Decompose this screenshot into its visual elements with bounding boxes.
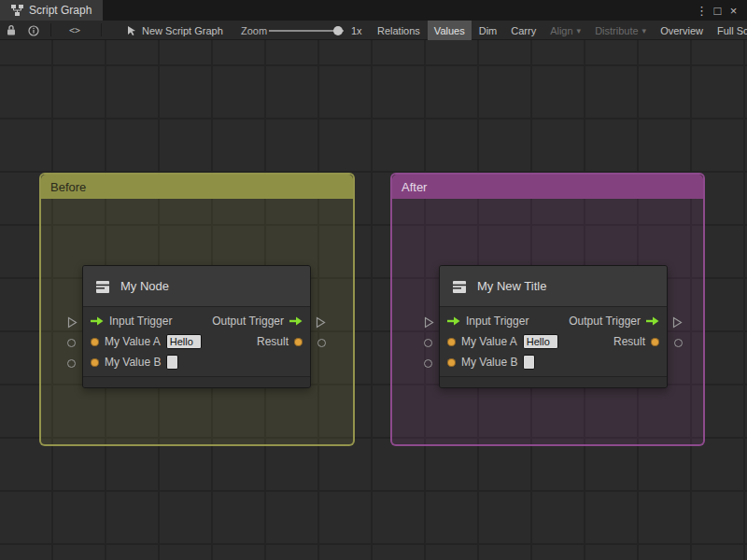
group-title: After bbox=[402, 180, 427, 194]
value-a-port-icon[interactable] bbox=[91, 338, 99, 346]
relations-button[interactable]: Relations bbox=[371, 21, 427, 40]
node-footer bbox=[440, 376, 667, 387]
toolbar-buttons: Relations Values Dim Carry Align ▾ Distr… bbox=[371, 21, 747, 40]
code-view-icon[interactable]: <> bbox=[69, 21, 80, 40]
value-b-port-icon[interactable] bbox=[91, 358, 99, 367]
dim-button[interactable]: Dim bbox=[472, 21, 504, 40]
result-label: Result bbox=[613, 335, 645, 348]
external-flow-out-socket-icon[interactable] bbox=[672, 316, 683, 329]
flow-out-port-icon[interactable] bbox=[289, 316, 303, 326]
node-title: My New Title bbox=[477, 279, 546, 293]
zoom-value: 1x bbox=[351, 21, 362, 40]
external-value-a-socket-icon[interactable] bbox=[67, 339, 76, 347]
value-b-row: My Value B bbox=[440, 352, 667, 372]
fullscreen-button[interactable]: Full Scr bbox=[711, 21, 747, 40]
script-graph-icon bbox=[11, 5, 23, 16]
close-icon[interactable]: × bbox=[726, 4, 741, 18]
window-controls: ⋮ □ × bbox=[694, 0, 747, 21]
value-a-row: My Value A Result bbox=[440, 331, 667, 352]
chevron-down-icon: ▾ bbox=[577, 26, 582, 35]
zoom-slider[interactable] bbox=[269, 30, 344, 32]
result-label: Result bbox=[257, 335, 289, 348]
toolbar-separator bbox=[101, 23, 102, 36]
external-result-socket-icon[interactable] bbox=[317, 339, 326, 347]
trigger-row: Input Trigger Output Trigger bbox=[440, 311, 667, 331]
group-title: Before bbox=[50, 180, 86, 194]
result-port-icon[interactable] bbox=[651, 338, 659, 346]
values-button[interactable]: Values bbox=[428, 21, 472, 40]
external-value-a-socket-icon[interactable] bbox=[424, 339, 432, 347]
value-a-input[interactable] bbox=[166, 334, 202, 349]
graph-canvas[interactable]: Before After My Node Input Trigger Outpu bbox=[0, 40, 747, 560]
tab-script-graph[interactable]: Script Graph bbox=[0, 0, 103, 21]
align-button[interactable]: Align ▾ bbox=[543, 21, 587, 40]
value-a-port-icon[interactable] bbox=[447, 338, 456, 346]
tab-title: Script Graph bbox=[29, 4, 92, 17]
carry-button[interactable]: Carry bbox=[504, 21, 543, 40]
external-flow-in-socket-icon[interactable] bbox=[424, 316, 434, 329]
value-b-input[interactable] bbox=[523, 355, 535, 370]
distribute-button[interactable]: Distribute ▾ bbox=[588, 21, 653, 40]
node-my-new-title[interactable]: My New Title Input Trigger Output Trigge… bbox=[439, 265, 668, 388]
info-icon[interactable] bbox=[28, 21, 39, 40]
node-body: Input Trigger Output Trigger My Value A … bbox=[440, 307, 667, 376]
external-flow-out-socket-icon[interactable] bbox=[316, 316, 326, 329]
graph-name-label[interactable]: New Script Graph bbox=[142, 21, 223, 40]
zoom-slider-handle[interactable] bbox=[333, 26, 343, 35]
flow-in-port-icon[interactable] bbox=[447, 316, 460, 326]
node-header[interactable]: My New Title bbox=[440, 266, 667, 307]
chevron-down-icon: ▾ bbox=[642, 26, 647, 35]
flow-out-port-icon[interactable] bbox=[646, 316, 659, 326]
flow-in-port-icon[interactable] bbox=[91, 316, 104, 326]
overview-button[interactable]: Overview bbox=[654, 21, 710, 40]
external-flow-in-socket-icon[interactable] bbox=[67, 316, 78, 329]
node-header[interactable]: My Node bbox=[83, 266, 310, 307]
value-b-port-icon[interactable] bbox=[447, 358, 456, 367]
menu-icon[interactable]: ⋮ bbox=[694, 4, 710, 18]
value-b-row: My Value B bbox=[83, 352, 310, 372]
output-trigger-label: Output Trigger bbox=[569, 315, 641, 328]
node-title: My Node bbox=[120, 279, 169, 293]
zoom-label: Zoom bbox=[241, 21, 267, 40]
input-trigger-label: Input Trigger bbox=[466, 315, 529, 328]
group-before-header[interactable]: Before bbox=[41, 175, 353, 199]
toolbar-separator bbox=[50, 23, 51, 36]
value-b-label: My Value B bbox=[105, 356, 161, 369]
result-port-icon[interactable] bbox=[294, 338, 303, 346]
value-b-input[interactable] bbox=[166, 355, 178, 370]
external-value-b-socket-icon[interactable] bbox=[424, 359, 432, 368]
value-a-row: My Value A Result bbox=[83, 331, 310, 352]
unit-icon bbox=[450, 277, 469, 296]
node-footer bbox=[83, 376, 310, 387]
value-b-label: My Value B bbox=[461, 356, 517, 369]
output-trigger-label: Output Trigger bbox=[212, 315, 284, 328]
value-a-input[interactable] bbox=[523, 334, 558, 349]
external-result-socket-icon[interactable] bbox=[674, 339, 683, 347]
value-a-label: My Value A bbox=[105, 335, 161, 348]
value-a-label: My Value A bbox=[461, 335, 517, 348]
graph-pointer-icon bbox=[127, 21, 138, 40]
external-value-b-socket-icon[interactable] bbox=[67, 359, 76, 368]
node-body: Input Trigger Output Trigger My Value A … bbox=[83, 307, 310, 376]
group-after-header[interactable]: After bbox=[392, 175, 703, 199]
graph-toolbar: <> New Script Graph Zoom 1x Relations Va… bbox=[0, 21, 747, 40]
lock-icon[interactable] bbox=[7, 21, 16, 40]
input-trigger-label: Input Trigger bbox=[109, 315, 172, 328]
unit-icon bbox=[93, 277, 112, 296]
node-my-node[interactable]: My Node Input Trigger Output Trigger My … bbox=[82, 265, 311, 388]
trigger-row: Input Trigger Output Trigger bbox=[83, 311, 310, 331]
window-tab-bar: Script Graph ⋮ □ × bbox=[0, 0, 747, 21]
maximize-icon[interactable]: □ bbox=[710, 4, 726, 18]
